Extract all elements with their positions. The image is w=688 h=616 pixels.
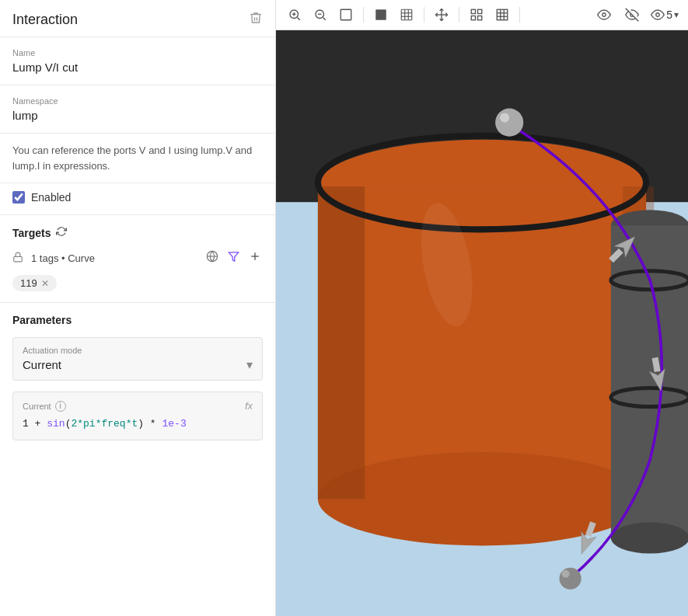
enabled-section: Enabled — [0, 183, 275, 215]
targets-header: Targets — [12, 226, 263, 239]
eye-count: 5 — [666, 9, 672, 21]
targets-row: 1 tags • Curve — [12, 249, 263, 267]
filter-button[interactable] — [226, 249, 241, 267]
targets-actions — [204, 249, 263, 267]
namespace-section: Namespace lump — [0, 85, 275, 134]
actuation-dropdown[interactable]: Actuation mode Current ▾ — [12, 337, 263, 381]
panel-title: Interaction — [12, 12, 78, 28]
svg-rect-25 — [471, 16, 475, 20]
svg-rect-24 — [478, 16, 482, 20]
enabled-label: Enabled — [31, 191, 71, 204]
svg-rect-23 — [478, 9, 482, 13]
svg-point-56 — [562, 570, 570, 578]
separator-4 — [519, 7, 520, 23]
solid-view-button[interactable] — [368, 3, 393, 26]
expression-label-row: Current i — [23, 401, 66, 412]
viewport-panel: 5 ▾ — [276, 0, 688, 616]
info-icon[interactable]: i — [55, 401, 66, 412]
svg-rect-22 — [471, 9, 475, 13]
tag-chips: 119 ✕ — [12, 275, 263, 291]
info-text: You can reference the ports V and I usin… — [0, 134, 275, 183]
viewport-toolbar: 5 ▾ — [276, 0, 688, 30]
expr-coeff: 1e-3 — [162, 418, 186, 430]
actuation-label: Actuation mode — [23, 346, 253, 355]
refresh-icon[interactable] — [56, 226, 67, 239]
separator-2 — [424, 7, 424, 23]
svg-point-54 — [500, 113, 509, 123]
separator-3 — [459, 7, 459, 23]
expr-paren-close: ) * — [138, 418, 162, 430]
current-expression-field: Current i fx 1 + sin(2*pi*freq*t) * 1e-3 — [12, 392, 263, 440]
tag-chip-119: 119 ✕ — [12, 275, 57, 291]
svg-rect-15 — [401, 9, 412, 20]
targets-section: Targets 1 tags • Curve — [0, 215, 275, 303]
panel-header: Interaction — [0, 0, 275, 37]
svg-rect-39 — [318, 186, 365, 499]
separator-1 — [363, 7, 364, 23]
svg-point-33 — [656, 13, 660, 17]
eye-with-count[interactable]: 5 ▾ — [648, 3, 682, 26]
visibility-group: 5 ▾ — [592, 3, 682, 26]
expr-part1: 1 + — [23, 418, 47, 430]
parameters-title: Parameters — [12, 314, 263, 326]
expression-header: Current i fx — [23, 400, 253, 412]
current-label: Current — [23, 402, 51, 411]
svg-point-53 — [495, 109, 523, 137]
view-tools-group — [282, 3, 358, 26]
name-label: Name — [12, 48, 263, 57]
expression-code[interactable]: 1 + sin(2*pi*freq*t) * 1e-3 — [23, 416, 253, 432]
svg-line-11 — [323, 17, 325, 19]
grid-button[interactable] — [490, 3, 515, 26]
boundary-button[interactable] — [464, 3, 489, 26]
globe-button[interactable] — [204, 249, 220, 267]
svg-marker-3 — [229, 252, 239, 260]
svg-point-55 — [560, 568, 581, 590]
svg-point-31 — [602, 13, 606, 17]
targets-title: Targets — [12, 227, 51, 239]
svg-point-38 — [318, 452, 646, 546]
dropdown-arrow-icon: ▾ — [246, 357, 253, 372]
svg-rect-26 — [497, 9, 508, 20]
transform-button[interactable] — [429, 3, 454, 26]
tag-value: 119 — [20, 277, 37, 289]
transform-group — [429, 3, 454, 26]
name-section: Name Lump V/I cut — [0, 37, 275, 85]
interaction-panel: Interaction Name Lump V/I cut Namespace … — [0, 0, 276, 616]
fit-selection-button[interactable] — [308, 3, 333, 26]
lock-icon — [12, 252, 23, 265]
svg-rect-14 — [375, 9, 386, 20]
ortho-button[interactable] — [334, 3, 358, 26]
remove-tag-button[interactable]: ✕ — [41, 278, 49, 289]
parameters-section: Parameters Actuation mode Current ▾ Curr… — [0, 303, 275, 451]
show-all-button[interactable] — [592, 3, 616, 26]
add-target-button[interactable] — [247, 249, 263, 267]
actuation-row: Current ▾ — [23, 357, 253, 372]
name-value[interactable]: Lump V/I cut — [12, 61, 263, 74]
expr-arg: 2*pi*freq*t — [71, 418, 138, 430]
fx-badge[interactable]: fx — [245, 400, 253, 412]
enabled-checkbox[interactable] — [12, 191, 25, 204]
eye-dropdown-arrow: ▾ — [674, 9, 679, 20]
3d-scene — [276, 30, 688, 616]
fit-all-button[interactable] — [282, 3, 307, 26]
delete-button[interactable] — [249, 11, 263, 29]
svg-point-43 — [611, 522, 688, 553]
svg-rect-0 — [14, 256, 23, 261]
display-tools-group — [368, 3, 419, 26]
actuation-value: Current — [23, 358, 61, 371]
expr-func: sin — [47, 418, 65, 430]
3d-viewport[interactable] — [276, 30, 688, 616]
wireframe-button[interactable] — [394, 3, 419, 26]
namespace-label: Namespace — [12, 96, 263, 106]
namespace-value[interactable]: lump — [12, 109, 263, 122]
boundary-group — [464, 3, 515, 26]
svg-line-7 — [297, 17, 299, 19]
svg-rect-13 — [341, 9, 351, 20]
targets-info: 1 tags • Curve — [31, 252, 197, 264]
hide-button[interactable] — [620, 3, 644, 26]
